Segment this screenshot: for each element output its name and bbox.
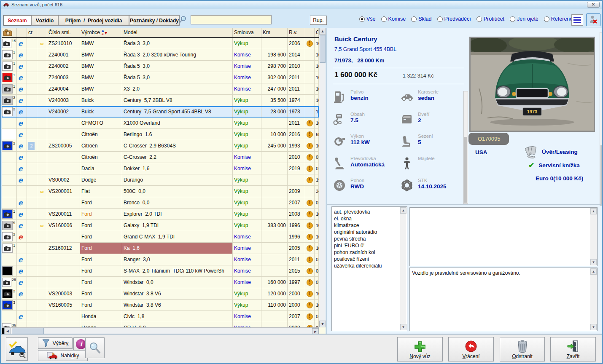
filter-vse[interactable]: Vše (359, 16, 376, 22)
table-row[interactable]: 3 VS160005 Ford Windstar 3.8 V6 Výkup 11… (2, 300, 319, 311)
table-row[interactable]: 1 e Z240002 BMW Řada 5 3,0 Komise 298 70… (2, 61, 319, 72)
table-row[interactable]: 1 ZS160012 Ford Ka 1,6 Komise 2005 ! 10 (2, 243, 319, 254)
table-row[interactable]: e CFMOTO X1000 Overland Výkup 2011 ! 10 (2, 118, 319, 129)
tab-poznamky-doklady[interactable]: Poznámky / Doklady (129, 15, 180, 26)
scrollbar-thumb[interactable] (12, 328, 44, 334)
equipment-listbox[interactable]: aut. převodovka el. okna klimatizace ori… (331, 206, 407, 331)
filter-komise[interactable]: Komise (381, 16, 406, 22)
scroll-up-arrow[interactable]: ▲ (319, 28, 326, 35)
tab-prijem-prodej[interactable]: Příjem / Prodej vozidla (58, 15, 129, 26)
header-cislo[interactable]: Číslo sml. (47, 28, 80, 37)
browser-e-icon: e (18, 97, 23, 104)
filter-jen-ojete[interactable]: Jen ojeté (510, 16, 538, 22)
table-row[interactable]: 1 e Z240003 BMW Řada 5 3,0 Komise 302 00… (2, 72, 319, 83)
warning-cell: ! (305, 197, 315, 209)
table-row[interactable]: 1 e VS200011 Ford Explorer 2.0 TDI Výkup… (2, 209, 319, 220)
table-row[interactable]: e Ford S-MAX 2,0 Titanium TDCi 110 kW Po… (2, 265, 319, 277)
browser-e-icon: e (18, 279, 23, 286)
table-row[interactable]: 5 e Kč VS160006 Ford Galaxy 1,9 TDI Výku… (2, 220, 319, 231)
rup-button[interactable]: Rup. (310, 16, 327, 25)
tab-seznam[interactable]: Seznam (3, 15, 31, 26)
note-bottom-textarea[interactable]: Vozidlo je pravidelně servisováno a gará… (409, 268, 598, 331)
bag-cell (37, 300, 47, 311)
check-cars-button[interactable] (6, 337, 28, 361)
panel-scrollbar[interactable] (600, 32, 603, 206)
contract-type-cell: Výkup (233, 38, 261, 49)
door-icon (400, 112, 414, 126)
header-web[interactable] (17, 28, 27, 37)
scroll-down-arrow[interactable]: ▼ (319, 321, 326, 327)
scroll-down-arrow[interactable]: ▼ (590, 259, 597, 265)
photo-count: 2 (13, 141, 15, 145)
camera-icon (4, 143, 11, 149)
table-row[interactable]: Kč VS200001 Fiat 500C 0,0 Výkup 2009 34 (2, 186, 319, 197)
cr-cell (27, 265, 37, 277)
car-photo-illustration: 1973 (471, 38, 594, 131)
note-top-textarea[interactable]: ▲ ▼ (409, 207, 598, 266)
table-row[interactable]: 1 e Z240004 BMW X3 2,0 Komise 247 000 20… (2, 83, 319, 95)
exclude-person-button[interactable] (586, 13, 600, 26)
zavrit-button[interactable]: Zavřít (550, 337, 596, 361)
scroll-up-arrow[interactable]: ▲ (400, 207, 406, 214)
table-row[interactable]: e Honda Civic 1,8 Komise 2007 ! 0 (2, 311, 319, 322)
table-row[interactable]: 15 e Kč ZS210010 BMW Řada 3 3,0 Výkup 20… (2, 38, 319, 49)
table-row[interactable]: 3 e V240003 Buick Century 5,7 2BBL V8 Vý… (2, 95, 319, 106)
filter-predvadeci[interactable]: Předváděcí (437, 16, 471, 22)
vraceni-button[interactable]: Vrácení (448, 337, 494, 361)
tab-vozidlo[interactable]: Vozidlo (31, 15, 58, 26)
odstranit-button[interactable]: Odstranit (500, 337, 545, 361)
table-row[interactable]: 2 e 2 ZS200005 Citroën C-Crosser 2,9 B63… (2, 140, 319, 152)
filter-protiucet[interactable]: Protiúčet (476, 16, 504, 22)
textarea-scrollbar[interactable]: ▲ ▼ (590, 268, 597, 330)
vybery-button[interactable]: Výběry (38, 337, 73, 349)
scroll-up-arrow[interactable]: ▲ (590, 268, 597, 275)
header-c[interactable]: C (315, 28, 319, 37)
header-warn[interactable] (305, 28, 315, 37)
listbox-scrollbar[interactable]: ▲ ▼ (400, 207, 406, 330)
table-row[interactable]: e VS00002 Dodge Durango Výkup ! 19 (2, 174, 319, 186)
search-input[interactable] (191, 15, 272, 24)
table-row[interactable]: e Ford Ranger 3,0 Komise 2011 ! 0 (2, 254, 319, 265)
scroll-down-arrow[interactable]: ▼ (400, 324, 406, 330)
camera-icon (4, 211, 11, 217)
header-bag[interactable] (37, 28, 47, 37)
table-row[interactable]: 36 Honda CR-V 2,0 Komise 2008 ! 0 (2, 322, 319, 327)
browser-e-icon: e (18, 199, 23, 206)
browser-e-icon: e (18, 313, 23, 320)
header-km[interactable]: Km (261, 28, 288, 37)
magnifier-button[interactable] (85, 337, 105, 358)
bag-cell (37, 322, 47, 327)
table-row[interactable]: 2 e V240002 Buick Century 7,5 Grand Spor… (2, 106, 319, 118)
table-row[interactable]: e Ford Bronco 0,0 Výkup 2007 ! 0 (2, 197, 319, 209)
nabidky-button[interactable]: Nabídky (38, 350, 88, 361)
year-cell: 2006 (288, 38, 305, 49)
table-vertical-scrollbar[interactable]: ▲ ▼ (319, 28, 326, 327)
novy-vuz-button[interactable]: Nový vůz (397, 337, 443, 361)
spec-scrollbar[interactable] (463, 91, 468, 204)
filter-sklad[interactable]: Sklad (411, 16, 431, 22)
header-rv[interactable]: R.v. (288, 28, 305, 37)
manufacturer-cell: BMW (80, 61, 122, 72)
web-cell: e (17, 254, 27, 265)
header-photo[interactable] (2, 28, 17, 37)
table-row[interactable]: e Citroën Berlingo 1.6 Výkup 10 000 2016… (2, 129, 319, 140)
column-split-handle[interactable] (2, 328, 4, 334)
table-row[interactable]: 2 e Ford Grand C-MAX 1,9 TDI Komise 1996… (2, 231, 319, 243)
table-row[interactable]: e Dacia Dokker 1,6 Komise 2019 ! 0 (2, 163, 319, 174)
scrollbar-thumb[interactable] (320, 35, 326, 63)
table-row[interactable]: 28 e Ford Windstar 0,0 Komise 160 000 19… (2, 277, 319, 288)
scroll-up-arrow[interactable]: ▲ (590, 208, 597, 214)
textarea-scrollbar[interactable]: ▲ ▼ (590, 208, 597, 265)
money-fan-icon (525, 145, 538, 158)
model-cell: X3 2,0 (122, 83, 233, 95)
table-row[interactable]: 1 e Z240001 BMW Řada 3 2,0 320d xDrive T… (2, 49, 319, 61)
header-smlouva[interactable]: Smlouva (233, 28, 261, 37)
close-button[interactable]: ✕ (587, 2, 600, 8)
table-row[interactable]: 2 e VS200003 Ford Windstar 3.8 V6 Výkup … (2, 288, 319, 300)
header-cr[interactable]: cr (27, 28, 37, 37)
menu-button[interactable] (571, 14, 583, 26)
table-row[interactable]: e Citroën C-Crosser 2,2 Komise 2010 ! 0 (2, 152, 319, 163)
scroll-down-arrow[interactable]: ▼ (590, 324, 597, 330)
header-vyrobce[interactable]: Výrobce AZ (80, 28, 122, 37)
header-model[interactable]: Model (122, 28, 233, 37)
